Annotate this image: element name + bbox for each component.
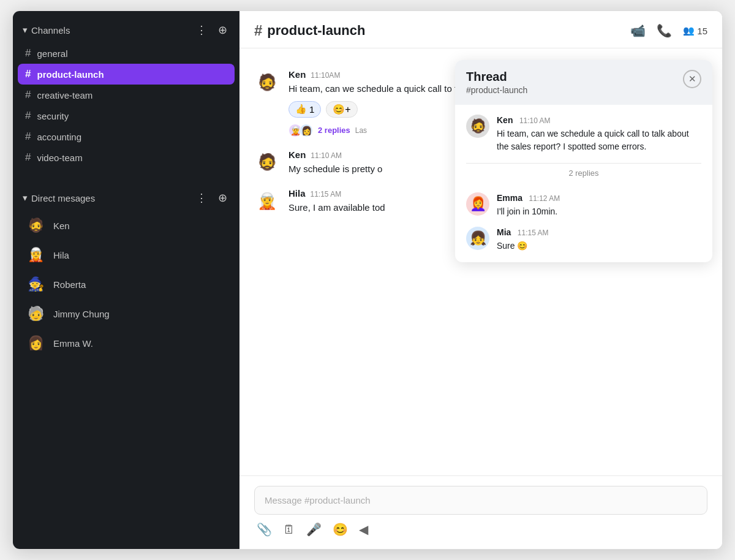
more-icon[interactable]: ◀ (359, 522, 368, 537)
avatar: 🧔 (254, 69, 280, 95)
thread-avatar-2: 👩 (300, 124, 313, 137)
message-sender: Ken (288, 69, 306, 80)
video-icon[interactable]: 📹 (630, 23, 646, 38)
message-time: 11:10 AM (311, 151, 342, 160)
hash-icon: # (25, 151, 31, 164)
input-toolbar: 📎 🗓 🎤 😊 ◀ (254, 522, 707, 537)
sidebar-item-product-launch[interactable]: # product-launch (18, 64, 235, 85)
message-input-area: Message #product-launch 📎 🗓 🎤 😊 ◀ (239, 475, 722, 549)
thread-reply-count: 2 replies (318, 126, 350, 135)
thread-sender: Ken (497, 115, 513, 125)
dm-actions: ⋮ ⊕ (194, 190, 230, 206)
thread-text: Hi team, can we schedule a quick call to… (497, 127, 701, 153)
dm-section-title[interactable]: ▾ Direct mesages (23, 192, 95, 203)
sidebar-item-accounting[interactable]: # accounting (18, 126, 235, 147)
thread-message-row: 👩‍🦰 Emma 11:12 AM I'll join in 10min. (466, 192, 701, 218)
avatar: 🧝 (254, 188, 280, 214)
message-input[interactable]: Message #product-launch (254, 486, 707, 515)
add-reaction-button[interactable]: 😊+ (326, 101, 357, 118)
channel-hash-icon: # (254, 22, 262, 39)
dm-name: Emma W. (53, 338, 93, 349)
channel-title: # product-launch (254, 22, 365, 39)
thread-message-row: 👧 Mia 11:15 AM Sure 😊 (466, 227, 701, 252)
dm-item-hila[interactable]: 🧝 Hila (18, 240, 235, 270)
channels-actions: ⋮ ⊕ (194, 22, 230, 38)
header-actions: 📹 📞 👥 15 (630, 23, 707, 38)
message-time: 11:15 AM (311, 190, 342, 199)
avatar: 👩 (25, 333, 46, 354)
sidebar-item-security[interactable]: # security (18, 105, 235, 126)
close-thread-button[interactable]: ✕ (683, 70, 701, 88)
avatar: 🧙 (25, 274, 46, 295)
thread-replies: 👩‍🦰 Emma 11:12 AM I'll join in 10min. 👧 … (455, 183, 712, 262)
reaction-count: 1 (309, 104, 314, 115)
channel-name: security (37, 111, 69, 121)
dm-name: Hila (53, 250, 69, 260)
channel-name: accounting (37, 132, 81, 142)
channels-section-title[interactable]: ▾ Channels (23, 25, 70, 36)
channel-list: # general # product-launch # creative-te… (13, 43, 239, 168)
thread-channel: #product-launch (466, 85, 527, 95)
sidebar-item-video-team[interactable]: # video-team (18, 147, 235, 168)
thread-text: Sure 😊 (497, 240, 701, 252)
thread-messages: 🧔 Ken 11:10 AM Hi team, can we schedule … (455, 105, 712, 163)
message-time: 11:10AM (311, 71, 340, 80)
channels-more-button[interactable]: ⋮ (194, 22, 209, 38)
phone-icon[interactable]: 📞 (657, 23, 672, 38)
member-count-number: 15 (697, 26, 707, 36)
channels-section-header: ▾ Channels ⋮ ⊕ (13, 11, 239, 43)
reaction-thumbsup[interactable]: 👍 1 (288, 101, 321, 118)
dm-section-header: ▾ Direct mesages ⋮ ⊕ (13, 179, 239, 211)
thread-text: I'll join in 10min. (497, 205, 701, 218)
dm-chevron-icon: ▾ (23, 192, 28, 203)
sidebar: ▾ Channels ⋮ ⊕ # general # product-launc… (13, 11, 239, 549)
thread-header-content: Thread #product-launch (466, 70, 527, 95)
dm-more-button[interactable]: ⋮ (194, 190, 209, 206)
thread-message-content: Mia 11:15 AM Sure 😊 (497, 227, 701, 252)
thread-header: Thread #product-launch ✕ (455, 60, 712, 105)
emoji-icon[interactable]: 😊 (333, 522, 348, 537)
avatar: 👧 (466, 227, 489, 250)
sidebar-item-general[interactable]: # general (18, 43, 235, 64)
dm-item-roberta[interactable]: 🧙 Roberta (18, 270, 235, 299)
hash-icon: # (25, 47, 31, 59)
channels-chevron-icon: ▾ (23, 25, 28, 36)
dm-item-ken[interactable]: 🧔 Ken (18, 211, 235, 240)
channel-name-heading: product-launch (267, 23, 365, 39)
member-count[interactable]: 👥 15 (683, 25, 707, 36)
reaction-emoji: 👍 (295, 104, 307, 115)
sidebar-item-creative-team[interactable]: # creative-team (18, 85, 235, 105)
avatar: 🧔 (466, 115, 489, 138)
thread-time: 11:12 AM (529, 194, 560, 203)
hash-icon: # (25, 131, 31, 143)
dm-item-jimmy-chung[interactable]: 🧓 Jimmy Chung (18, 299, 235, 328)
attachment-icon[interactable]: 📎 (257, 522, 272, 537)
thread-last-text: Las (355, 126, 367, 135)
thread-sender: Mia (497, 227, 511, 237)
chat-header: # product-launch 📹 📞 👥 15 (239, 11, 722, 48)
dm-name: Jimmy Chung (53, 309, 110, 319)
thread-avatars: 🧝 👩 (288, 124, 313, 137)
dm-item-emma-w[interactable]: 👩 Emma W. (18, 328, 235, 358)
dm-name: Ken (53, 221, 70, 231)
channel-name: product-launch (37, 69, 104, 80)
avatar: 🧝 (25, 244, 46, 265)
avatar: 🧔 (254, 149, 280, 175)
dm-name: Roberta (53, 279, 86, 290)
dm-add-button[interactable]: ⊕ (216, 190, 230, 206)
calendar-icon[interactable]: 🗓 (283, 523, 295, 537)
avatar: 🧓 (25, 303, 46, 324)
thread-title: Thread (466, 70, 527, 84)
message-sender: Ken (288, 149, 306, 160)
message-sender: Hila (288, 188, 306, 199)
channels-add-button[interactable]: ⊕ (216, 22, 230, 38)
dm-list: 🧔 Ken 🧝 Hila 🧙 Roberta 🧓 Jimmy Chung 👩 E… (13, 211, 239, 358)
channel-name: creative-team (37, 90, 92, 100)
channel-name: video-team (37, 153, 82, 163)
add-reaction-icon: 😊+ (333, 104, 350, 115)
microphone-icon[interactable]: 🎤 (306, 522, 322, 537)
thread-sender: Emma (497, 193, 522, 203)
avatar: 👩‍🦰 (466, 192, 489, 216)
thread-time: 11:15 AM (518, 229, 549, 237)
thread-message-row: 🧔 Ken 11:10 AM Hi team, can we schedule … (466, 115, 701, 153)
